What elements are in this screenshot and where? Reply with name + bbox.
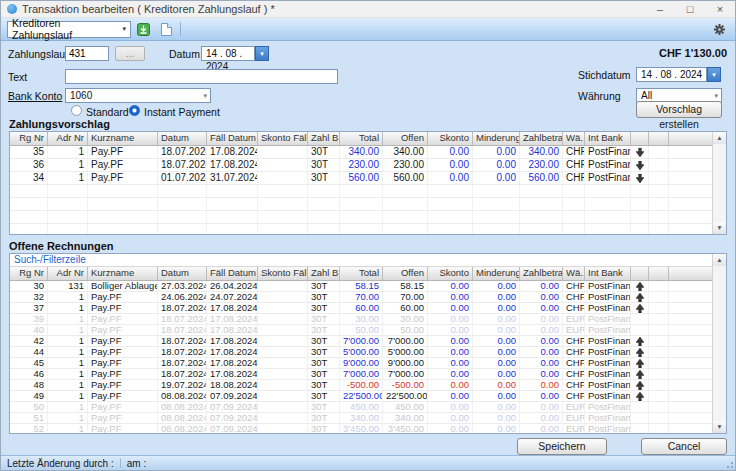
- cell-wae: EUR: [563, 413, 585, 423]
- column-header-zahlbetrag[interactable]: Zahlbetrag..: [520, 132, 563, 145]
- table-row[interactable]: 341Pay.PF01.07.202431.07.202430T560.0056…: [10, 172, 712, 185]
- column-header-skonto_faell[interactable]: Skonto Fäll -..: [258, 132, 308, 145]
- resize-grip-icon[interactable]: [725, 460, 734, 469]
- column-header-zahlb[interactable]: Zahl B..: [308, 267, 340, 280]
- column-header-intbank[interactable]: Int Bank: [585, 132, 631, 145]
- cell-faell: 17.08.2024: [207, 336, 258, 346]
- vertical-scrollbar[interactable]: ▲ ▼: [712, 132, 726, 234]
- table-row[interactable]: 30131Bolliger Ablauge..27.03.202426.04.2…: [10, 281, 712, 292]
- table-row[interactable]: 361Pay.PF18.07.202417.08.202430T230.0023…: [10, 159, 712, 172]
- column-header-rg[interactable]: Rg Nr: [10, 132, 48, 145]
- table-row[interactable]: 421Pay.PF18.07.202417.08.202430T7'000.00…: [10, 336, 712, 347]
- move-up-icon[interactable]: [631, 292, 649, 302]
- save-button[interactable]: Speichern: [517, 438, 607, 455]
- column-header-skonto_faell[interactable]: Skonto Fäll -..: [258, 267, 308, 280]
- cell-kurzname: Pay.PF: [88, 303, 158, 313]
- move-up-icon[interactable]: [631, 336, 649, 346]
- cell-offen: 58.15: [383, 281, 428, 291]
- column-header-wae[interactable]: Wä..: [563, 132, 585, 145]
- empty-cell: [428, 224, 473, 234]
- cell-faell: 07.09.2024: [207, 424, 258, 433]
- cell-offen: 50.00: [383, 325, 428, 335]
- browse-button[interactable]: ...: [115, 46, 145, 61]
- transaction-type-select[interactable]: Kreditoren Zahlungslauf ▾: [7, 21, 131, 38]
- move-up-icon[interactable]: [631, 303, 649, 313]
- column-header-wae[interactable]: Wä..: [563, 267, 585, 280]
- cell-rg: 42: [10, 336, 48, 346]
- bank-konto-select[interactable]: 1060 ▾: [65, 88, 211, 103]
- close-icon[interactable]: ×: [705, 1, 735, 17]
- column-header-kurzname[interactable]: Kurzname: [88, 132, 158, 145]
- scroll-down-icon[interactable]: ▼: [713, 222, 726, 234]
- gear-icon[interactable]: [710, 20, 729, 39]
- vertical-scrollbar[interactable]: ▲ ▼: [712, 254, 726, 433]
- column-header-intbank[interactable]: Int Bank: [585, 267, 631, 280]
- column-header-faell[interactable]: Fäll Datum: [207, 267, 258, 280]
- column-header-datum[interactable]: Datum: [158, 267, 207, 280]
- minimize-icon[interactable]: –: [645, 1, 675, 17]
- scroll-up-icon[interactable]: ▲: [713, 132, 726, 144]
- empty-cell: [649, 413, 669, 423]
- table-row[interactable]: 441Pay.PF18.07.202417.08.202430T5'000.00…: [10, 347, 712, 358]
- move-up-icon[interactable]: [631, 358, 649, 368]
- column-header-skonto[interactable]: Skonto: [428, 267, 473, 280]
- cell-minderung: 0.00: [473, 336, 520, 346]
- import-icon[interactable]: [134, 20, 153, 39]
- move-down-icon[interactable]: [631, 146, 649, 158]
- cell-zahlb: 30T: [308, 292, 340, 302]
- column-header-datum[interactable]: Datum: [158, 132, 207, 145]
- move-down-icon[interactable]: [631, 159, 649, 171]
- text-input[interactable]: [65, 69, 338, 84]
- column-header-adr[interactable]: Adr Nr: [48, 267, 88, 280]
- scroll-up-icon[interactable]: ▲: [713, 254, 726, 266]
- cell-total: 450.00: [340, 402, 383, 412]
- cell-intbank: PostFinance..: [585, 424, 631, 433]
- toolbar-separator: [180, 22, 181, 36]
- move-up-icon[interactable]: [631, 391, 649, 401]
- radio-standard-label: Standard: [86, 106, 129, 118]
- column-header-adr[interactable]: Adr Nr: [48, 132, 88, 145]
- datum-dropdown-icon[interactable]: ▾: [255, 46, 269, 61]
- radio-standard[interactable]: [71, 105, 82, 116]
- empty-cell: [649, 391, 669, 401]
- cancel-button[interactable]: Cancel: [641, 438, 727, 455]
- column-header-rg[interactable]: Rg Nr: [10, 267, 48, 280]
- move-down-icon[interactable]: [631, 172, 649, 184]
- column-header-total[interactable]: Total: [340, 267, 383, 280]
- cell-offen: 70.00: [383, 292, 428, 302]
- column-header-zahlb[interactable]: Zahl B..: [308, 132, 340, 145]
- table-row[interactable]: 351Pay.PF18.07.202417.08.202430T340.0034…: [10, 146, 712, 159]
- vorschlag-erstellen-button[interactable]: Vorschlag erstellen: [636, 101, 722, 118]
- new-document-icon[interactable]: [156, 20, 175, 39]
- column-header-offen[interactable]: Offen: [383, 132, 428, 145]
- column-header-total[interactable]: Total: [340, 132, 383, 145]
- empty-cell: [207, 211, 258, 223]
- stichdatum-field[interactable]: 14 . 08 . 2024: [636, 67, 707, 82]
- table-row[interactable]: 451Pay.PF18.07.202417.08.202430T9'000.00…: [10, 358, 712, 369]
- filter-row-link[interactable]: Such-/Filterzeile: [10, 254, 712, 267]
- move-up-icon[interactable]: [631, 369, 649, 379]
- datum-field[interactable]: 14 . 08 . 2024: [201, 46, 255, 61]
- scroll-down-icon[interactable]: ▼: [713, 421, 726, 433]
- table-row[interactable]: 371Pay.PF18.07.202417.08.202430T60.0060.…: [10, 303, 712, 314]
- column-header-skonto[interactable]: Skonto: [428, 132, 473, 145]
- column-header-minderung[interactable]: Minderung: [473, 267, 520, 280]
- column-header-offen[interactable]: Offen: [383, 267, 428, 280]
- zahlungslauf-nr-input[interactable]: [65, 46, 109, 61]
- move-up-icon[interactable]: [631, 380, 649, 390]
- column-header-minderung[interactable]: Minderung: [473, 132, 520, 145]
- column-header-faell[interactable]: Fäll Datum: [207, 132, 258, 145]
- move-up-icon[interactable]: [631, 281, 649, 291]
- text-label: Text: [8, 71, 27, 83]
- bank-konto-label[interactable]: Bank Konto: [8, 90, 62, 102]
- stichdatum-dropdown-icon[interactable]: ▾: [707, 67, 721, 82]
- table-row[interactable]: 491Pay.PF08.08.202407.09.202430T22'500.0…: [10, 391, 712, 402]
- move-up-icon[interactable]: [631, 347, 649, 357]
- column-header-kurzname[interactable]: Kurzname: [88, 267, 158, 280]
- table-row[interactable]: 461Pay.PF18.07.202417.08.202430T7'000.00…: [10, 369, 712, 380]
- table-row[interactable]: 321Pay.PF24.06.202424.07.202430T70.0070.…: [10, 292, 712, 303]
- radio-instant-payment[interactable]: [129, 105, 140, 116]
- table-row[interactable]: 481Pay.PF19.07.202418.08.202430T-500.00-…: [10, 380, 712, 391]
- column-header-zahlbetrag[interactable]: Zahlbetrag..: [520, 267, 563, 280]
- maximize-icon[interactable]: □: [675, 1, 705, 17]
